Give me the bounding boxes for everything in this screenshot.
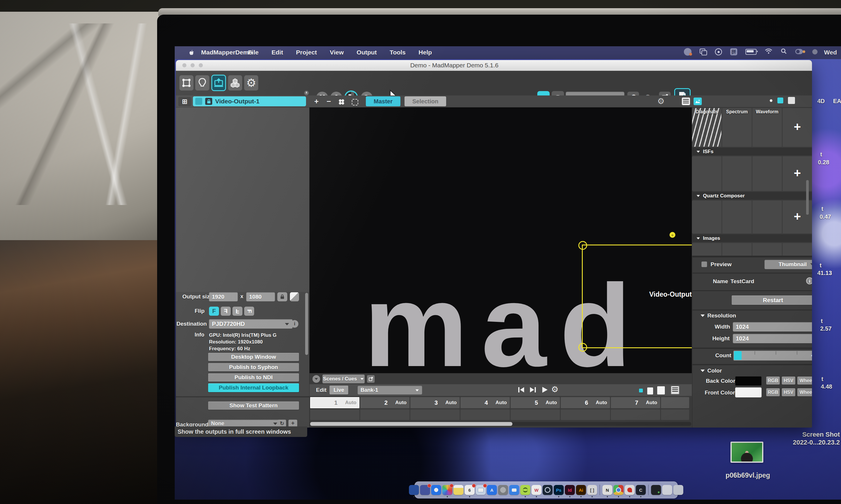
dock-icon-calendar[interactable]: 6 <box>465 485 475 495</box>
stacked-windows-icon[interactable] <box>700 49 707 55</box>
minimize-button[interactable] <box>191 63 195 67</box>
siri-icon[interactable] <box>812 49 818 54</box>
output-width-field[interactable]: 1920 <box>209 292 238 301</box>
count-slider-handle[interactable] <box>734 351 742 360</box>
record-icon[interactable] <box>715 48 722 55</box>
title-bar[interactable]: Demo - MadMapper Demo 5.1.6 <box>176 60 812 71</box>
desktop-window-button[interactable]: Desktop Window <box>208 353 299 361</box>
menu-item-view[interactable]: View <box>330 49 344 56</box>
live-button[interactable]: Live <box>329 386 348 395</box>
desktop-icon-label-fragment[interactable]: 2.57 <box>820 325 831 332</box>
dock-icon-w-app[interactable]: W <box>531 485 542 495</box>
size-square-cyan[interactable] <box>777 97 783 103</box>
flip-button-2[interactable]: F <box>233 307 242 316</box>
fixture-tool-button[interactable] <box>195 75 209 90</box>
images-tile-1[interactable] <box>722 243 752 257</box>
desktop-icon-label-fragment[interactable]: 0.28 <box>818 159 829 166</box>
scenes-hscrollbar-track[interactable] <box>310 422 691 426</box>
publish-loopback-button[interactable]: Publish Internal Loopback <box>208 383 299 392</box>
scene-slot-empty[interactable] <box>511 409 560 420</box>
corner-handle-bl[interactable] <box>578 343 587 352</box>
add-surface-button[interactable]: + <box>314 97 319 106</box>
apple-icon[interactable] <box>188 49 195 58</box>
media-section-header-isfs[interactable]: ISFs <box>692 148 812 156</box>
scene-settings-gear-icon[interactable]: ⚙ <box>551 384 559 394</box>
dock-icon-messages-app[interactable] <box>420 485 430 495</box>
menu-app-name[interactable]: MadMapperDemo <box>201 49 252 56</box>
dock-icon-steam[interactable] <box>543 485 552 495</box>
dock-icon-notion[interactable]: N <box>602 485 612 495</box>
hsv-button[interactable]: HSV <box>782 388 795 396</box>
menu-item-output[interactable]: Output <box>357 49 377 56</box>
dock-icon-indesign[interactable]: Id <box>565 485 575 495</box>
menu-item-project[interactable]: Project <box>296 49 317 56</box>
background-add-button[interactable]: + <box>289 420 297 427</box>
desktop-file-thumbnail[interactable] <box>731 442 763 463</box>
scene-slot-empty[interactable] <box>561 409 610 420</box>
edge-handle-top[interactable]: + <box>670 232 675 238</box>
images-tile-0[interactable] <box>692 243 721 257</box>
grid-size-square-large[interactable] <box>657 386 665 395</box>
dock-icon-screenshot-file[interactable] <box>651 485 661 495</box>
flip-button-1[interactable]: F <box>221 307 231 316</box>
front-color-swatch[interactable] <box>735 388 761 397</box>
clock-label[interactable]: Wed <box>824 49 837 56</box>
destination-dropdown[interactable]: PJD7720HD <box>209 319 293 328</box>
desktop-icon-label-fragment[interactable]: 4D <box>817 98 825 105</box>
surface-tab[interactable]: Video-Output-1 <box>193 96 306 106</box>
quartz-composer-tile-0[interactable] <box>692 201 721 233</box>
generator-tile-2[interactable]: Waveform <box>753 108 782 147</box>
scene-cell-7[interactable]: 7Auto <box>611 397 660 408</box>
add-media-button[interactable]: + <box>783 166 812 180</box>
scene-cell-1[interactable]: 1Auto <box>310 397 359 408</box>
scene-cell-partial[interactable] <box>661 397 689 408</box>
background-refresh-button[interactable]: ↻ <box>278 420 286 427</box>
desktop-icon-label-fragment[interactable]: t <box>820 262 822 269</box>
quartz-composer-tile-1[interactable] <box>722 201 752 233</box>
edit-label[interactable]: Edit <box>316 387 327 393</box>
group-surfaces-icon[interactable] <box>339 99 344 105</box>
dock[interactable]: 6AWPsIdAi[ ]NC <box>414 482 678 499</box>
aspect-lock-button[interactable] <box>277 292 287 301</box>
remove-surface-button[interactable]: − <box>327 97 331 106</box>
scene-slot-empty[interactable] <box>410 409 460 420</box>
dock-icon-safari[interactable] <box>431 485 441 495</box>
resolution-header[interactable]: Resolution <box>701 312 736 319</box>
popout-scenes-button[interactable] <box>367 375 375 383</box>
collapse-scenes-button[interactable] <box>312 375 320 383</box>
dock-icon-illustrator[interactable]: Ai <box>576 485 586 495</box>
grid-size-square-small[interactable] <box>647 388 653 395</box>
master-button[interactable]: Master <box>366 96 400 106</box>
size-dot-small[interactable] <box>770 99 772 102</box>
menu-item-tools[interactable]: Tools <box>390 49 406 56</box>
dock-icon-facetime[interactable] <box>509 485 519 495</box>
output-tool-button[interactable] <box>211 75 226 91</box>
menu-item-edit[interactable]: Edit <box>272 49 283 56</box>
preview-canvas[interactable]: mad + + Video-Output-1 <box>310 107 692 373</box>
scene-slot-empty[interactable] <box>661 409 689 420</box>
dock-icon-photos[interactable] <box>442 485 452 495</box>
desktop-icon-label-fragment[interactable]: 4.48 <box>821 383 832 390</box>
output-height-field[interactable]: 1080 <box>246 292 275 301</box>
generator-tile-1[interactable]: Spectrum <box>722 108 752 147</box>
isfs-tile-1[interactable] <box>722 156 752 191</box>
quad-tool-button[interactable] <box>179 75 193 90</box>
flip-button-3[interactable]: F <box>244 307 254 316</box>
scale-button[interactable] <box>290 292 299 301</box>
scene-cell-5[interactable]: 5Auto <box>511 397 560 408</box>
app-status-icon[interactable] <box>684 48 691 56</box>
color-header[interactable]: Color <box>701 367 722 374</box>
next-scene-button[interactable] <box>529 386 537 395</box>
desktop-icon-label-fragment[interactable]: t <box>820 151 822 158</box>
scene-slot-empty[interactable] <box>360 409 410 420</box>
media-scrollbar[interactable] <box>806 180 809 215</box>
wheel-button[interactable]: Wheel <box>797 388 812 396</box>
back-color-swatch[interactable] <box>735 376 761 386</box>
flip-button-0[interactable]: F <box>209 307 219 316</box>
dock-icon-acrobat[interactable] <box>625 485 635 495</box>
dock-icon-spotify[interactable] <box>520 485 530 495</box>
dock-icon-notes[interactable] <box>453 485 463 495</box>
media-section-header-images[interactable]: Images <box>692 234 812 242</box>
thumbnail-dropdown[interactable]: Thumbnail <box>765 260 812 269</box>
scene-cell-3[interactable]: 3Auto <box>410 397 460 408</box>
